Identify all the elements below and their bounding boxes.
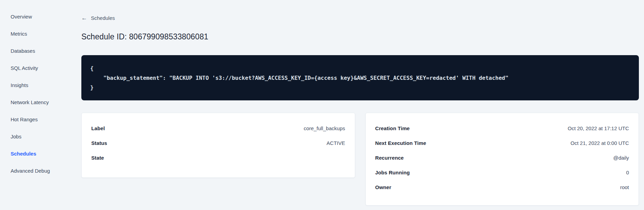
sidebar-item-databases[interactable]: Databases — [0, 42, 65, 59]
main-content: ← Schedules Schedule ID: 806799098533806… — [65, 0, 644, 210]
detail-label: Next Execution Time — [375, 140, 426, 146]
detail-row-status: StatusACTIVE — [91, 136, 345, 150]
sidebar-item-hot-ranges[interactable]: Hot Ranges — [0, 111, 65, 128]
back-link-label: Schedules — [91, 15, 115, 21]
detail-cards-row: Labelcore_full_backupsStatusACTIVEState … — [81, 113, 639, 206]
detail-row-state: State — [91, 150, 345, 165]
detail-value: 0 — [626, 170, 629, 175]
schedule-summary-card: Labelcore_full_backupsStatusACTIVEState — [81, 113, 355, 178]
sidebar-nav: OverviewMetricsDatabasesSQL ActivityInsi… — [0, 0, 65, 210]
detail-label: Recurrence — [375, 155, 404, 161]
detail-row-next-execution-time: Next Execution TimeOct 21, 2022 at 0:00 … — [375, 136, 629, 150]
code-line: } — [90, 83, 630, 92]
detail-value: root — [620, 184, 629, 190]
detail-label: Label — [91, 125, 105, 131]
detail-value: ACTIVE — [326, 140, 345, 146]
detail-label: Status — [91, 140, 107, 146]
sidebar-item-list: OverviewMetricsDatabasesSQL ActivityInsi… — [0, 8, 65, 179]
sidebar-item-metrics[interactable]: Metrics — [0, 25, 65, 42]
summary-card-rows: Labelcore_full_backupsStatusACTIVEState — [91, 121, 345, 165]
sidebar-item-network-latency[interactable]: Network Latency — [0, 94, 65, 111]
backup-statement-code-block: { "backup_statement": "BACKUP INTO 's3:/… — [81, 55, 639, 100]
detail-label: State — [91, 155, 104, 161]
detail-label: Jobs Running — [375, 170, 410, 175]
sidebar-item-sql-activity[interactable]: SQL Activity — [0, 59, 65, 76]
back-arrow-icon: ← — [81, 15, 87, 21]
detail-row-creation-time: Creation TimeOct 20, 2022 at 17:12 UTC — [375, 121, 629, 136]
sidebar-item-insights[interactable]: Insights — [0, 76, 65, 94]
detail-value: @daily — [613, 155, 629, 161]
detail-value: Oct 20, 2022 at 17:12 UTC — [568, 125, 629, 131]
code-line: { — [90, 64, 630, 73]
sidebar-item-advanced-debug[interactable]: Advanced Debug — [0, 162, 65, 179]
detail-label: Owner — [375, 184, 391, 190]
sidebar-item-jobs[interactable]: Jobs — [0, 128, 65, 145]
schedule-timing-card: Creation TimeOct 20, 2022 at 17:12 UTCNe… — [365, 113, 639, 206]
detail-row-owner: Ownerroot — [375, 180, 629, 195]
code-line: "backup_statement": "BACKUP INTO 's3://b… — [90, 73, 630, 83]
back-to-schedules-link[interactable]: ← Schedules — [81, 14, 115, 21]
detail-row-recurrence: Recurrence@daily — [375, 150, 629, 165]
sidebar-item-overview[interactable]: Overview — [0, 8, 65, 25]
sidebar-item-schedules[interactable]: Schedules — [0, 145, 65, 162]
detail-row-label: Labelcore_full_backups — [91, 121, 345, 136]
code-lines: { "backup_statement": "BACKUP INTO 's3:/… — [90, 64, 630, 92]
detail-value: core_full_backups — [304, 125, 345, 131]
timing-card-rows: Creation TimeOct 20, 2022 at 17:12 UTCNe… — [375, 121, 629, 195]
detail-label: Creation Time — [375, 125, 410, 131]
detail-value: Oct 21, 2022 at 0:00 UTC — [571, 140, 629, 146]
schedule-details-page: OverviewMetricsDatabasesSQL ActivityInsi… — [0, 0, 644, 210]
detail-row-jobs-running: Jobs Running0 — [375, 165, 629, 180]
page-title: Schedule ID: 806799098533806081 — [81, 32, 639, 41]
